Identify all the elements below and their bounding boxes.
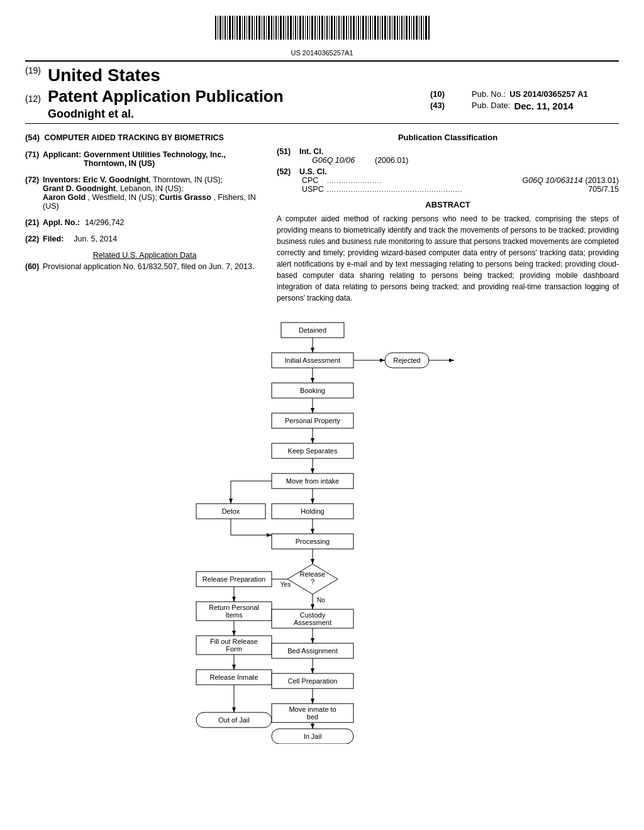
abstract-title: ABSTRACT xyxy=(277,200,619,209)
yes-label: Yes xyxy=(280,581,291,588)
svg-rect-16 xyxy=(254,16,255,40)
svg-rect-50 xyxy=(336,16,337,40)
field72-inv1-loc: , Thorntown, IN (US); xyxy=(148,175,223,184)
svg-rect-15 xyxy=(252,16,253,40)
classification-table: (51) Int. Cl. G06Q 10/06 (2006.01) (52) … xyxy=(277,147,619,194)
right-column: Publication Classification (51) Int. Cl.… xyxy=(277,133,619,304)
svg-rect-37 xyxy=(305,16,306,40)
svg-rect-13 xyxy=(247,16,247,40)
svg-rect-21 xyxy=(266,16,267,40)
svg-rect-58 xyxy=(356,16,357,40)
svg-rect-34 xyxy=(297,16,298,40)
svg-rect-70 xyxy=(384,16,386,40)
svg-rect-56 xyxy=(350,16,352,40)
header-number12: (12) xyxy=(25,94,44,104)
detained-label: Detained xyxy=(299,326,326,334)
svg-rect-9 xyxy=(236,16,238,40)
united-states-title: United States xyxy=(48,65,160,86)
svg-rect-18 xyxy=(258,16,260,40)
svg-rect-3 xyxy=(223,16,223,40)
svg-rect-62 xyxy=(365,16,367,40)
svg-rect-79 xyxy=(406,16,408,40)
cell-prep-label: Cell Preparation xyxy=(288,677,338,685)
return-personal-items-label2: Items xyxy=(226,611,243,619)
field72-label: Inventors: xyxy=(43,175,80,184)
uspc-value: 705/7.15 xyxy=(588,185,619,194)
svg-rect-64 xyxy=(370,16,371,40)
svg-rect-74 xyxy=(394,16,396,40)
processing-label: Processing xyxy=(296,538,330,545)
svg-rect-44 xyxy=(321,16,323,40)
field54-block: (54) COMPUTER AIDED TRACKING BY BIOMETRI… xyxy=(25,133,264,143)
svg-rect-53 xyxy=(343,16,345,40)
body-section: (54) COMPUTER AIDED TRACKING BY BIOMETRI… xyxy=(25,133,619,304)
svg-rect-19 xyxy=(262,16,262,40)
svg-rect-46 xyxy=(326,16,328,40)
release-prep-label: Release Preparation xyxy=(203,575,265,583)
pub-date-number: (43) xyxy=(430,101,468,111)
pub-no-label-text: Pub. No.: xyxy=(472,89,506,99)
field71-value: Government Utilities Technology, Inc., T… xyxy=(84,150,264,168)
svg-rect-49 xyxy=(334,16,335,40)
svg-rect-61 xyxy=(362,16,364,40)
patent-app-pub-title: Patent Application Publication xyxy=(48,87,418,106)
goodnight-label: Goodnight et al. xyxy=(48,108,134,120)
release-label: Release xyxy=(300,570,325,578)
svg-rect-69 xyxy=(382,16,383,40)
svg-rect-20 xyxy=(264,16,265,40)
svg-rect-78 xyxy=(404,16,404,40)
field21-label: Appl. No.: xyxy=(43,218,80,227)
svg-rect-67 xyxy=(377,16,379,40)
personal-property-label: Personal Property xyxy=(285,417,341,424)
svg-rect-59 xyxy=(358,16,359,40)
booking-label: Booking xyxy=(300,387,325,394)
svg-rect-39 xyxy=(309,16,310,40)
svg-rect-30 xyxy=(287,16,289,40)
field21-value: 14/296,742 xyxy=(85,218,125,227)
cpc-label: CPC xyxy=(302,176,327,185)
svg-rect-75 xyxy=(397,16,398,40)
barcode-area xyxy=(25,13,619,47)
field71-block: (71) Applicant: Government Utilities Tec… xyxy=(25,150,264,168)
move-inmate-bed-label1: Move inmate to xyxy=(289,706,336,713)
svg-rect-65 xyxy=(372,16,373,40)
svg-rect-51 xyxy=(338,16,340,40)
svg-rect-32 xyxy=(293,16,294,40)
pub-date-line: (43) Pub. Date: Dec. 11, 2014 xyxy=(430,101,619,111)
svg-rect-86 xyxy=(423,16,424,40)
field72-block: (72) Inventors: Eric V. Goodnight, Thorn… xyxy=(25,175,264,211)
bed-assignment-label: Bed Assignment xyxy=(287,647,338,655)
field51-class: G06Q 10/06 xyxy=(312,156,375,165)
field51-date: (2006.01) xyxy=(375,156,409,165)
release-question: ? xyxy=(311,578,314,585)
field72-inv4-name: Curtis Grasso xyxy=(159,193,211,202)
field60-num: (60) xyxy=(25,262,43,271)
svg-rect-82 xyxy=(413,16,414,40)
custody-assessment-label1: Custody xyxy=(300,611,326,619)
field21-num: (21) xyxy=(25,218,43,227)
svg-rect-1 xyxy=(218,16,218,40)
fill-release-form-label1: Fill out Release xyxy=(210,638,258,645)
svg-rect-23 xyxy=(271,16,272,40)
svg-rect-72 xyxy=(389,16,391,40)
svg-rect-85 xyxy=(421,16,422,40)
field54-num: (54) xyxy=(25,133,40,142)
svg-rect-43 xyxy=(319,16,320,40)
svg-rect-25 xyxy=(275,16,277,40)
move-from-intake-label: Move from intake xyxy=(286,477,339,485)
field22-num: (22) xyxy=(25,235,43,243)
header-row2: (12) Patent Application Publication xyxy=(25,87,418,106)
release-inmate-label: Release Inmate xyxy=(209,673,258,681)
field72-inv2-name: Grant D. Goodnight xyxy=(43,184,116,193)
field54-label: COMPUTER AIDED TRACKING BY BIOMETRICS xyxy=(44,133,223,142)
svg-rect-2 xyxy=(219,16,221,40)
uspc-label: USPC xyxy=(302,185,327,194)
svg-rect-22 xyxy=(268,16,270,40)
holding-label: Holding xyxy=(301,507,324,515)
svg-rect-36 xyxy=(303,16,304,40)
svg-rect-42 xyxy=(317,16,318,40)
fill-release-form-label2: Form xyxy=(226,645,242,653)
related-data-block: Related U.S. Application Data (60) Provi… xyxy=(25,251,264,271)
svg-rect-45 xyxy=(325,16,325,40)
pub-number-top: US 20140365257A1 xyxy=(25,49,619,57)
